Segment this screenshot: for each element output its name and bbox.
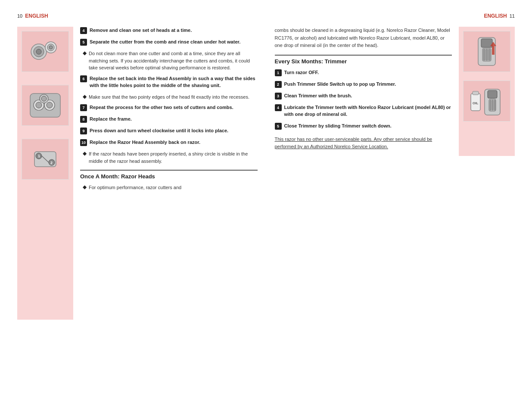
svg-point-2 — [36, 49, 41, 54]
bullet-3: ◆ If the razor heads have been properly … — [80, 150, 258, 165]
step-10-badge: 10 — [80, 139, 87, 146]
bullet-3-text: If the razor heads have been properly in… — [89, 150, 258, 165]
bullet-diamond-3: ◆ — [83, 150, 87, 156]
step-9: 9 Press down and turn wheel clockwise un… — [80, 127, 258, 134]
right-step-2-badge: 2 — [275, 81, 282, 88]
right-step-3-badge: 3 — [275, 93, 282, 100]
svg-rect-22 — [483, 49, 485, 60]
wheel-svg: 1 2 — [26, 143, 65, 175]
svg-text:1: 1 — [38, 154, 40, 158]
service-note: This razor has no other user-serviceable… — [275, 136, 452, 151]
svg-rect-23 — [486, 49, 488, 60]
svg-text:OIL: OIL — [473, 101, 478, 105]
razor-heads-svg — [26, 35, 65, 68]
step-7: 7 Repeat the process for the other two s… — [80, 104, 258, 111]
left-text-column: 4 Remove and clean one set of heads at a… — [73, 27, 258, 320]
svg-point-12 — [41, 96, 47, 101]
step-6-text: Replace the set back into the Head Assem… — [90, 75, 258, 89]
left-page: 10 ENGLISH — [0, 9, 266, 402]
bullet-diamond-4: ◆ — [83, 184, 87, 190]
right-step-3-text: Clean Trimmer with the brush. — [284, 92, 352, 100]
bullet-2: ◆ Make sure that the two pointy edges of… — [80, 93, 258, 101]
right-layout: combs should be cleaned in a degreasing … — [275, 27, 515, 156]
step-4-badge: 4 — [80, 27, 87, 34]
right-step-1: 1 Turn razor OFF. — [275, 69, 452, 76]
svg-point-5 — [49, 46, 53, 49]
bullet-4: ◆ For optimum performance, razor cutters… — [80, 184, 258, 191]
right-header: ENGLISH 11 — [275, 13, 515, 19]
right-pink-column: OIL — [459, 27, 515, 156]
bullet-diamond-1: ◆ — [83, 50, 87, 56]
right-step-2: 2 Push Trimmer Slide Switch up to pop up… — [275, 81, 452, 88]
right-intro-text: combs should be cleaned in a degreasing … — [275, 27, 452, 50]
once-a-month-title: Once A Month: Razor Heads — [80, 170, 258, 180]
svg-rect-32 — [490, 100, 491, 110]
step-8-badge: 8 — [80, 116, 87, 123]
right-step-4: 4 Lubricate the Trimmer teeth with Norel… — [275, 104, 452, 118]
bullet-1: ◆ Do not clean more than one cutter and … — [80, 50, 258, 72]
left-header: 10 ENGLISH — [17, 13, 258, 19]
step-7-badge: 7 — [80, 104, 87, 111]
illustration-three-circles — [22, 85, 69, 126]
step-4: 4 Remove and clean one set of heads at a… — [80, 27, 258, 34]
step-6: 6 Replace the set back into the Head Ass… — [80, 75, 258, 89]
right-step-4-badge: 4 — [275, 104, 282, 111]
step-10: 10 Replace the Razor Head Assembly back … — [80, 139, 258, 146]
right-page: ENGLISH 11 combs should be cleaned in a … — [266, 9, 532, 402]
step-9-badge: 9 — [80, 128, 87, 134]
right-step-3: 3 Clean Trimmer with the brush. — [275, 92, 452, 100]
trimmer-popup-svg — [467, 35, 506, 68]
svg-point-10 — [47, 102, 53, 108]
step-5-text: Separate the cutter from the comb and ri… — [90, 38, 240, 46]
step-10-text: Replace the Razor Head Assembly back on … — [90, 139, 200, 146]
step-5-badge: 5 — [80, 39, 87, 46]
step-4-text: Remove and clean one set of heads at a t… — [90, 27, 192, 34]
illustration-oil-bottle: OIL — [463, 81, 510, 121]
bullet-2-text: Make sure that the two pointy edges of t… — [89, 93, 249, 101]
right-step-1-badge: 1 — [275, 69, 282, 76]
bullet-1-text: Do not clean more than one cutter and co… — [89, 50, 258, 72]
illustration-razor-heads — [22, 31, 69, 72]
page-container: 10 ENGLISH — [0, 0, 532, 411]
step-8-text: Replace the frame. — [90, 115, 132, 123]
left-pink-column: 1 2 — [17, 27, 73, 320]
illustration-wheel: 1 2 — [22, 139, 69, 180]
bullet-diamond-2: ◆ — [83, 93, 87, 100]
three-circles-svg — [26, 89, 65, 121]
right-text-col: combs should be cleaned in a degreasing … — [275, 27, 452, 156]
svg-text:2: 2 — [50, 161, 53, 165]
step-5: 5 Separate the cutter from the comb and … — [80, 38, 258, 46]
step-7-text: Repeat the process for the other two set… — [90, 104, 233, 111]
svg-rect-30 — [488, 90, 497, 98]
step-9-text: Press down and turn wheel clockwise unti… — [90, 127, 228, 134]
every-six-months-title: Every Six Months: Trimmer — [275, 55, 452, 65]
right-page-number: 11 — [510, 13, 515, 19]
right-step-5: 5 Close Trimmer by sliding Trimmer switc… — [275, 122, 452, 130]
svg-rect-33 — [492, 100, 493, 110]
right-step-1-text: Turn razor OFF. — [284, 69, 319, 76]
right-step-5-badge: 5 — [275, 123, 282, 130]
svg-point-8 — [36, 102, 42, 108]
left-page-number: 10 — [17, 13, 22, 19]
illustration-trimmer-popup — [463, 31, 510, 72]
left-content-area: 1 2 4 Remove and clean one set of heads … — [17, 27, 258, 320]
svg-rect-27 — [473, 91, 479, 95]
bullet-4-text: For optimum performance, razor cutters a… — [89, 184, 181, 191]
right-step-5-text: Close Trimmer by sliding Trimmer switch … — [284, 122, 392, 130]
right-step-4-text: Lubricate the Trimmer teeth with Norelco… — [284, 104, 452, 118]
oil-bottle-svg: OIL — [467, 85, 506, 117]
step-8: 8 Replace the frame. — [80, 115, 258, 123]
step-6-badge: 6 — [80, 75, 87, 82]
right-step-2-text: Push Trimmer Slide Switch up to pop up T… — [284, 81, 396, 88]
right-page-lang: ENGLISH — [484, 13, 507, 19]
svg-rect-34 — [494, 100, 495, 110]
svg-rect-24 — [488, 49, 490, 60]
left-page-lang: ENGLISH — [25, 13, 48, 19]
